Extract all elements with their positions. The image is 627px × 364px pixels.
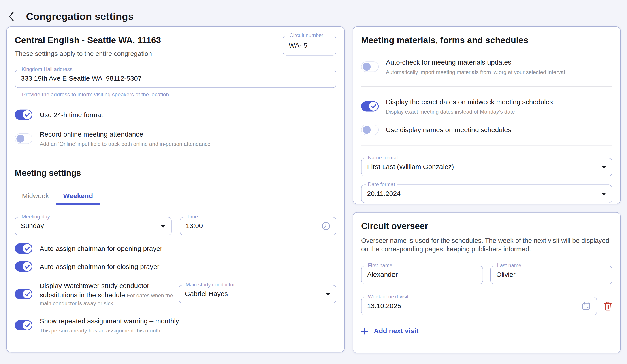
check-icon bbox=[25, 246, 30, 251]
meeting-time-value: 13:00 bbox=[186, 222, 203, 230]
toggle-closing-prayer[interactable] bbox=[15, 261, 32, 272]
toggle-24h-label: Use 24-h time format bbox=[40, 110, 103, 119]
main-study-conductor-label: Main study conductor bbox=[183, 282, 237, 288]
circuit-overseer-title: Circuit overseer bbox=[361, 221, 612, 232]
first-name-value: Alexander bbox=[367, 271, 398, 279]
watchtower-substitutions-row: Display Watchtower study conductor subst… bbox=[15, 281, 336, 307]
toggle-row-display-names: Use display names on meeting schedules bbox=[361, 125, 612, 135]
toggle-knob bbox=[23, 262, 32, 271]
toggle-exact-dates-label: Display the exact dates on midweek meeti… bbox=[386, 97, 553, 107]
toggle-display-names-label: Use display names on meeting schedules bbox=[386, 125, 511, 134]
circuit-number-field[interactable]: Circuit number WA- 5 bbox=[283, 36, 336, 55]
tab-midweek[interactable]: Midweek bbox=[15, 187, 56, 205]
content-area: Central English - Seattle WA, 11163 Thes… bbox=[0, 26, 627, 353]
toggle-record-online-attendance[interactable] bbox=[15, 134, 32, 144]
check-icon bbox=[25, 264, 30, 269]
kingdom-hall-address-label: Kingdom Hall address bbox=[20, 66, 74, 72]
toggle-knob bbox=[23, 244, 32, 253]
congregation-settings-screen: Congregation settings Central English - … bbox=[0, 0, 627, 364]
chevron-left-icon bbox=[8, 11, 14, 21]
congregation-card-head: Central English - Seattle WA, 11163 Thes… bbox=[15, 35, 336, 57]
materials-divider-1 bbox=[361, 86, 612, 87]
name-format-value: First Last (William Gonzalez) bbox=[367, 163, 454, 171]
toggle-online-caption: Add an ‘Online’ input field to track bot… bbox=[40, 141, 210, 148]
date-format-label: Date format bbox=[366, 181, 397, 187]
dropdown-arrow-icon bbox=[601, 192, 606, 195]
toggle-knob bbox=[369, 102, 378, 111]
page-header: Congregation settings bbox=[0, 0, 627, 26]
toggle-opening-prayer[interactable] bbox=[15, 243, 32, 254]
toggle-row-auto-check: Auto-check for meeting materials updates… bbox=[361, 58, 612, 76]
exact-dates-texts: Display the exact dates on midweek meeti… bbox=[386, 97, 553, 115]
address-helper-text: Provide the address to inform visiting s… bbox=[15, 91, 336, 97]
week-of-next-visit-label: Week of next visit bbox=[366, 294, 411, 300]
check-icon bbox=[371, 104, 376, 109]
last-name-label: Last name bbox=[495, 263, 523, 269]
week-of-next-visit-value: 13.10.2025 bbox=[367, 302, 401, 310]
name-format-label: Name format bbox=[366, 155, 400, 161]
add-next-visit-button[interactable]: Add next visit bbox=[361, 327, 418, 335]
toggle-exact-dates-caption: Display exact meeting dates instead of M… bbox=[386, 109, 553, 115]
tab-weekend[interactable]: Weekend bbox=[56, 187, 100, 205]
circuit-number-label: Circuit number bbox=[288, 32, 325, 39]
toggle-row-online-attendance: Record online meeting attendance Add an … bbox=[15, 130, 336, 148]
toggle-knob bbox=[23, 321, 32, 330]
meeting-day-value: Sunday bbox=[21, 222, 44, 230]
week-of-next-visit-field[interactable]: Week of next visit 13.10.2025 bbox=[361, 297, 597, 315]
left-card-divider bbox=[15, 158, 336, 158]
check-icon bbox=[25, 112, 30, 117]
toggle-display-names[interactable] bbox=[361, 125, 379, 135]
next-visit-row: Week of next visit 13.10.2025 bbox=[361, 297, 612, 315]
plus-icon bbox=[361, 327, 368, 335]
toggle-knob bbox=[363, 63, 370, 71]
toggle-knob bbox=[23, 110, 32, 119]
toggle-opening-prayer-label: Auto-assign chairman for opening prayer bbox=[40, 244, 162, 253]
page-title: Congregation settings bbox=[26, 10, 134, 22]
toggle-repeated-warning[interactable] bbox=[15, 320, 32, 330]
check-icon bbox=[25, 323, 30, 327]
name-format-select[interactable]: Name format First Last (William Gonzalez… bbox=[361, 158, 612, 176]
last-name-field[interactable]: Last name Olivier bbox=[490, 266, 612, 284]
congregation-title: Central English - Seattle WA, 11163 bbox=[15, 35, 161, 46]
delete-visit-button[interactable] bbox=[604, 301, 612, 311]
dropdown-arrow-icon bbox=[601, 166, 606, 169]
toggle-repeated-warning-caption: This person already has an assignment th… bbox=[40, 327, 179, 334]
meeting-day-label: Meeting day bbox=[20, 214, 52, 220]
watchtower-texts: Display Watchtower study conductor subst… bbox=[40, 281, 179, 307]
toggle-auto-check-updates[interactable] bbox=[361, 61, 379, 72]
toggle-exact-dates[interactable] bbox=[361, 101, 379, 111]
tab-weekend-label: Weekend bbox=[63, 192, 93, 200]
date-format-select[interactable]: Date format 20.11.2024 bbox=[361, 185, 612, 203]
main-study-conductor-select[interactable]: Main study conductor Gabriel Hayes bbox=[179, 285, 336, 303]
clock-icon-button[interactable] bbox=[321, 222, 330, 230]
materials-divider-2 bbox=[361, 145, 612, 146]
right-column: Meeting materials, forms and schedules A… bbox=[353, 26, 621, 353]
circuit-overseer-description: Overseer name is used for the schedules.… bbox=[361, 236, 612, 253]
repeated-warning-texts: Show repeated assignment warning – month… bbox=[40, 316, 179, 334]
meeting-time-field[interactable]: Time 13:00 bbox=[180, 217, 336, 235]
calendar-icon bbox=[581, 301, 591, 311]
congregation-subtitle: These settings apply to the entire congr… bbox=[15, 50, 161, 57]
congregation-head-text: Central English - Seattle WA, 11163 Thes… bbox=[15, 35, 161, 57]
toggle-watchtower-substitutions[interactable] bbox=[15, 289, 32, 299]
dropdown-arrow-icon bbox=[326, 293, 330, 296]
toggle-repeated-warning-label: Show repeated assignment warning – month… bbox=[40, 316, 179, 325]
toggle-24h-time-format[interactable] bbox=[15, 110, 32, 120]
meeting-day-select[interactable]: Meeting day Sunday bbox=[15, 217, 171, 235]
congregation-card: Central English - Seattle WA, 11163 Thes… bbox=[6, 26, 345, 352]
toggle-knob bbox=[363, 126, 370, 134]
toggle-knob bbox=[16, 134, 24, 142]
toggle-auto-check-caption: Automatically import meeting materials f… bbox=[386, 69, 565, 76]
back-button[interactable] bbox=[7, 11, 15, 22]
calendar-icon-button[interactable] bbox=[581, 301, 591, 311]
circuit-number-value: WA- 5 bbox=[289, 42, 307, 50]
add-next-visit-label: Add next visit bbox=[374, 327, 418, 335]
meeting-settings-title: Meeting settings bbox=[15, 168, 336, 178]
materials-card: Meeting materials, forms and schedules A… bbox=[353, 26, 621, 204]
date-format-value: 20.11.2024 bbox=[367, 190, 401, 198]
kingdom-hall-address-value: 333 19th Ave E Seattle WA 98112-5307 bbox=[21, 75, 142, 83]
kingdom-hall-address-field[interactable]: Kingdom Hall address 333 19th Ave E Seat… bbox=[15, 70, 336, 88]
circuit-overseer-card: Circuit overseer Overseer name is used f… bbox=[353, 212, 621, 353]
trash-icon bbox=[604, 301, 612, 311]
first-name-field[interactable]: First name Alexander bbox=[361, 266, 483, 284]
